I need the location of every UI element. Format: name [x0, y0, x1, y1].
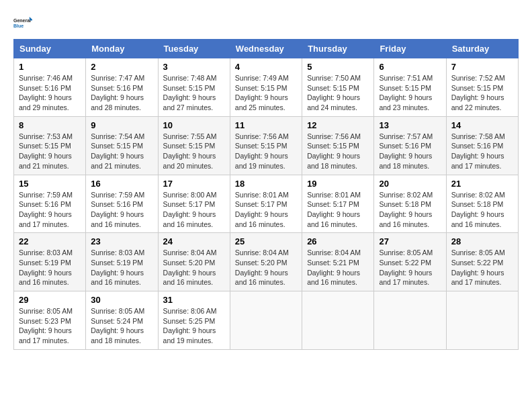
- cell-info: Sunrise: 7:57 AMSunset: 5:16 PMDaylight:…: [379, 132, 441, 171]
- calendar-cell: 21Sunrise: 8:02 AMSunset: 5:18 PMDayligh…: [446, 175, 518, 233]
- calendar-cell: 16Sunrise: 7:59 AMSunset: 5:16 PMDayligh…: [86, 175, 158, 233]
- cell-info: Sunrise: 8:05 AMSunset: 5:22 PMDaylight:…: [379, 248, 441, 287]
- day-number: 3: [163, 62, 225, 72]
- cell-info: Sunrise: 8:05 AMSunset: 5:23 PMDaylight:…: [19, 306, 81, 346]
- calendar-cell: 31Sunrise: 8:06 AMSunset: 5:25 PMDayligh…: [158, 291, 230, 350]
- calendar-cell: 28Sunrise: 8:05 AMSunset: 5:22 PMDayligh…: [446, 233, 518, 291]
- cell-info: Sunrise: 7:46 AMSunset: 5:16 PMDaylight:…: [19, 73, 81, 113]
- cell-info: Sunrise: 8:06 AMSunset: 5:25 PMDaylight:…: [163, 306, 225, 346]
- cell-info: Sunrise: 8:00 AMSunset: 5:17 PMDaylight:…: [163, 190, 225, 230]
- week-row-4: 22Sunrise: 8:03 AMSunset: 5:19 PMDayligh…: [14, 233, 519, 291]
- svg-text:General: General: [13, 18, 31, 23]
- calendar-cell: 8Sunrise: 7:53 AMSunset: 5:15 PMDaylight…: [14, 116, 86, 175]
- logo: General Blue: [13, 13, 35, 32]
- calendar-cell: 15Sunrise: 7:59 AMSunset: 5:16 PMDayligh…: [14, 175, 86, 233]
- calendar-cell: 4Sunrise: 7:49 AMSunset: 5:15 PMDaylight…: [230, 58, 302, 117]
- cell-info: Sunrise: 7:50 AMSunset: 5:15 PMDaylight:…: [307, 73, 369, 113]
- day-number: 7: [451, 62, 513, 72]
- day-number: 18: [235, 179, 297, 189]
- calendar-cell: 11Sunrise: 7:56 AMSunset: 5:15 PMDayligh…: [230, 116, 302, 175]
- cell-info: Sunrise: 7:51 AMSunset: 5:15 PMDaylight:…: [379, 73, 441, 113]
- header-friday: Friday: [374, 40, 446, 58]
- calendar-cell: 24Sunrise: 8:04 AMSunset: 5:20 PMDayligh…: [158, 233, 230, 291]
- day-number: 30: [91, 295, 152, 305]
- calendar-cell: 2Sunrise: 7:47 AMSunset: 5:16 PMDaylight…: [86, 58, 158, 117]
- day-number: 15: [19, 179, 81, 189]
- calendar-cell: [374, 291, 446, 350]
- week-row-5: 29Sunrise: 8:05 AMSunset: 5:23 PMDayligh…: [14, 291, 519, 350]
- header-thursday: Thursday: [302, 40, 374, 58]
- day-number: 28: [451, 236, 513, 246]
- day-number: 29: [19, 295, 81, 305]
- day-number: 31: [163, 295, 225, 305]
- svg-marker-2: [30, 17, 32, 21]
- day-number: 10: [163, 120, 225, 130]
- calendar-cell: 1Sunrise: 7:46 AMSunset: 5:16 PMDaylight…: [14, 58, 86, 117]
- day-number: 22: [19, 236, 81, 246]
- calendar-cell: 17Sunrise: 8:00 AMSunset: 5:17 PMDayligh…: [158, 175, 230, 233]
- cell-info: Sunrise: 7:59 AMSunset: 5:16 PMDaylight:…: [19, 190, 81, 230]
- day-number: 19: [307, 179, 369, 189]
- header-tuesday: Tuesday: [158, 40, 230, 58]
- calendar-cell: 22Sunrise: 8:03 AMSunset: 5:19 PMDayligh…: [14, 233, 86, 291]
- calendar-cell: 10Sunrise: 7:55 AMSunset: 5:15 PMDayligh…: [158, 116, 230, 175]
- calendar-cell: 27Sunrise: 8:05 AMSunset: 5:22 PMDayligh…: [374, 233, 446, 291]
- cell-info: Sunrise: 8:04 AMSunset: 5:20 PMDaylight:…: [163, 248, 225, 287]
- day-number: 8: [19, 120, 81, 130]
- calendar-cell: 5Sunrise: 7:50 AMSunset: 5:15 PMDaylight…: [302, 58, 374, 117]
- calendar-cell: 26Sunrise: 8:04 AMSunset: 5:21 PMDayligh…: [302, 233, 374, 291]
- cell-info: Sunrise: 8:05 AMSunset: 5:22 PMDaylight:…: [451, 248, 513, 287]
- header-monday: Monday: [86, 40, 158, 58]
- calendar-cell: 23Sunrise: 8:03 AMSunset: 5:19 PMDayligh…: [86, 233, 158, 291]
- day-number: 5: [307, 62, 369, 72]
- calendar-cell: 6Sunrise: 7:51 AMSunset: 5:15 PMDaylight…: [374, 58, 446, 117]
- cell-info: Sunrise: 8:03 AMSunset: 5:19 PMDaylight:…: [91, 248, 152, 287]
- calendar-table: SundayMondayTuesdayWednesdayThursdayFrid…: [13, 39, 519, 350]
- cell-info: Sunrise: 7:55 AMSunset: 5:15 PMDaylight:…: [163, 132, 225, 171]
- calendar-cell: 3Sunrise: 7:48 AMSunset: 5:15 PMDaylight…: [158, 58, 230, 117]
- cell-info: Sunrise: 8:01 AMSunset: 5:17 PMDaylight:…: [307, 190, 369, 230]
- day-number: 26: [307, 236, 369, 246]
- day-number: 13: [379, 120, 441, 130]
- calendar-cell: 14Sunrise: 7:58 AMSunset: 5:16 PMDayligh…: [446, 116, 518, 175]
- logo-icon: General Blue: [13, 13, 32, 32]
- day-number: 14: [451, 120, 513, 130]
- calendar-cell: 25Sunrise: 8:04 AMSunset: 5:20 PMDayligh…: [230, 233, 302, 291]
- cell-info: Sunrise: 7:49 AMSunset: 5:15 PMDaylight:…: [235, 73, 297, 113]
- calendar-cell: 12Sunrise: 7:56 AMSunset: 5:15 PMDayligh…: [302, 116, 374, 175]
- cell-info: Sunrise: 8:05 AMSunset: 5:24 PMDaylight:…: [91, 306, 152, 346]
- day-number: 23: [91, 236, 152, 246]
- cell-info: Sunrise: 7:54 AMSunset: 5:15 PMDaylight:…: [91, 132, 152, 171]
- cell-info: Sunrise: 8:02 AMSunset: 5:18 PMDaylight:…: [451, 190, 513, 230]
- cell-info: Sunrise: 8:01 AMSunset: 5:17 PMDaylight:…: [235, 190, 297, 230]
- calendar-cell: 9Sunrise: 7:54 AMSunset: 5:15 PMDaylight…: [86, 116, 158, 175]
- calendar-cell: [302, 291, 374, 350]
- header-saturday: Saturday: [446, 40, 518, 58]
- calendar-cell: 13Sunrise: 7:57 AMSunset: 5:16 PMDayligh…: [374, 116, 446, 175]
- week-row-2: 8Sunrise: 7:53 AMSunset: 5:15 PMDaylight…: [14, 116, 519, 175]
- calendar-cell: 19Sunrise: 8:01 AMSunset: 5:17 PMDayligh…: [302, 175, 374, 233]
- day-number: 1: [19, 62, 81, 72]
- cell-info: Sunrise: 7:56 AMSunset: 5:15 PMDaylight:…: [307, 132, 369, 171]
- calendar-header-row: SundayMondayTuesdayWednesdayThursdayFrid…: [14, 40, 519, 58]
- cell-info: Sunrise: 7:47 AMSunset: 5:16 PMDaylight:…: [91, 73, 152, 113]
- cell-info: Sunrise: 7:58 AMSunset: 5:16 PMDaylight:…: [451, 132, 513, 171]
- cell-info: Sunrise: 8:04 AMSunset: 5:20 PMDaylight:…: [235, 248, 297, 287]
- calendar-cell: [446, 291, 518, 350]
- day-number: 25: [235, 236, 297, 246]
- cell-info: Sunrise: 8:02 AMSunset: 5:18 PMDaylight:…: [379, 190, 441, 230]
- calendar-cell: 7Sunrise: 7:52 AMSunset: 5:15 PMDaylight…: [446, 58, 518, 117]
- header-wednesday: Wednesday: [230, 40, 302, 58]
- week-row-3: 15Sunrise: 7:59 AMSunset: 5:16 PMDayligh…: [14, 175, 519, 233]
- day-number: 11: [235, 120, 297, 130]
- day-number: 2: [91, 62, 152, 72]
- cell-info: Sunrise: 8:04 AMSunset: 5:21 PMDaylight:…: [307, 248, 369, 287]
- day-number: 12: [307, 120, 369, 130]
- day-number: 4: [235, 62, 297, 72]
- calendar-cell: 18Sunrise: 8:01 AMSunset: 5:17 PMDayligh…: [230, 175, 302, 233]
- day-number: 24: [163, 236, 225, 246]
- day-number: 20: [379, 179, 441, 189]
- svg-text:Blue: Blue: [13, 24, 24, 28]
- calendar-cell: 30Sunrise: 8:05 AMSunset: 5:24 PMDayligh…: [86, 291, 158, 350]
- day-number: 27: [379, 236, 441, 246]
